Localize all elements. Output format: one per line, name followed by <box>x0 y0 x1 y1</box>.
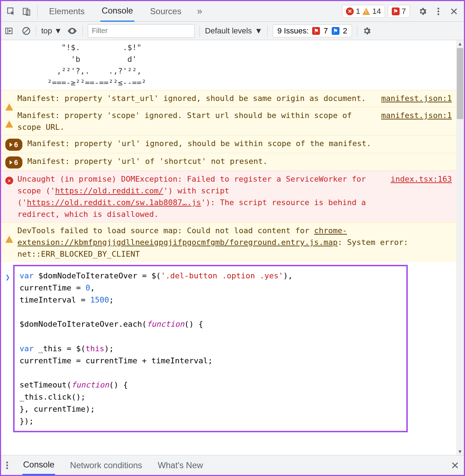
message-text: Manifest: property 'scope' ignored. Star… <box>17 109 374 133</box>
console-messages[interactable]: "!$. .$!" 'b d' ,²²'?,. .,?'²², ²===-≥²²… <box>1 40 456 455</box>
close-icon[interactable] <box>446 4 462 19</box>
prompt-chevron-icon: ❯ <box>5 271 10 283</box>
message-text: DevTools failed to load source map: Coul… <box>17 225 452 260</box>
separator <box>82 26 83 36</box>
error-count: 1 <box>356 7 360 16</box>
panel-tabs: Elements Console Sources » <box>48 1 202 22</box>
console-row-warning[interactable]: Manifest: property 'scope' ignored. Star… <box>1 107 456 135</box>
repeat-count: 6 <box>14 157 18 168</box>
svg-rect-1 <box>23 8 28 14</box>
chevron-down-icon: ▼ <box>255 26 262 36</box>
user-msg-count: 7 <box>402 7 406 16</box>
repeat-count-pill[interactable]: 6 <box>5 139 22 151</box>
user-messages-badge[interactable]: ⚑ 7 <box>388 5 410 18</box>
info-icon: ⚑ <box>332 27 340 35</box>
scroll-up-arrow-icon[interactable]: ▲ <box>456 40 464 47</box>
message-text: Manifest: property 'url' of 'shortcut' n… <box>27 155 452 169</box>
drawer-tab-network-conditions[interactable]: Network conditions <box>69 456 143 475</box>
tab-console[interactable]: Console <box>100 1 134 22</box>
console-settings-gear-icon[interactable] <box>362 26 372 36</box>
issues-badge[interactable]: 9 Issues: ⚑ 7 ⚑ 2 <box>273 25 352 37</box>
source-link[interactable]: manifest.json:1 <box>381 109 452 133</box>
svg-point-9 <box>6 464 8 466</box>
drawer-menu-icon[interactable] <box>6 461 8 470</box>
svg-point-4 <box>438 10 439 12</box>
source-link[interactable]: manifest.json:1 <box>381 92 452 105</box>
vertical-scrollbar[interactable]: ▲ ▼ <box>456 40 464 455</box>
log-levels-selector[interactable]: Default levels ▼ <box>205 26 262 36</box>
live-expression-eye-icon[interactable] <box>67 26 78 36</box>
drawer-tab-console[interactable]: Console <box>22 455 55 475</box>
context-label: top <box>41 26 52 36</box>
repeat-count: 6 <box>14 139 18 150</box>
drawer-close-icon[interactable] <box>451 461 459 469</box>
drawer-tab-whats-new[interactable]: What's New <box>157 456 204 475</box>
warning-count: 14 <box>372 7 381 16</box>
message-text: Uncaught (in promise) DOMException: Fail… <box>17 173 384 220</box>
warning-icon <box>5 112 13 128</box>
message-icon: ⚑ <box>392 7 400 15</box>
separator <box>37 5 38 18</box>
error-icon: ✕ <box>5 177 13 184</box>
url-link[interactable]: https://old.reddit.com/sw.1ab8087….js <box>27 198 201 207</box>
clear-console-icon[interactable] <box>22 26 31 36</box>
device-toggle-icon[interactable] <box>19 4 34 19</box>
source-link[interactable]: index.tsx:163 <box>391 173 452 220</box>
sidebar-toggle-icon[interactable] <box>5 27 17 35</box>
drawer-tabs: Console Network conditions What's New <box>1 455 464 475</box>
kebab-menu-icon[interactable] <box>431 4 446 19</box>
console-row-warning[interactable]: DevTools failed to load source map: Coul… <box>1 222 456 262</box>
errors-warnings-badge[interactable]: ✕ 1 14 <box>342 5 385 18</box>
svg-point-5 <box>438 13 439 15</box>
message-text: Manifest: property 'url' ignored, should… <box>27 138 452 151</box>
filter-input[interactable] <box>88 24 194 38</box>
more-tabs-chevron-icon[interactable]: » <box>197 6 202 17</box>
tab-elements[interactable]: Elements <box>48 1 86 21</box>
tab-sources[interactable]: Sources <box>149 1 183 21</box>
chevron-down-icon: ▼ <box>54 26 62 36</box>
separator <box>267 26 268 36</box>
svg-point-10 <box>6 467 8 469</box>
message-text: Manifest: property 'start_url' ignored, … <box>17 92 374 105</box>
issues-err-count: 7 <box>324 26 328 36</box>
svg-point-3 <box>438 7 439 9</box>
inspect-icon[interactable] <box>3 4 19 19</box>
settings-gear-icon[interactable] <box>415 4 431 19</box>
console-row-warning[interactable]: 6 Manifest: property 'url' of 'shortcut'… <box>1 153 456 171</box>
url-link[interactable]: https://old.reddit.com/ <box>55 186 164 195</box>
ascii-art: "!$. .$!" 'b d' ,²²'?,. .,?'²², ²===-≥²²… <box>1 40 456 90</box>
console-row-warning[interactable]: 6 Manifest: property 'url' ignored, shou… <box>1 135 456 153</box>
expand-icon <box>10 160 12 165</box>
console-row-error[interactable]: ✕ Uncaught (in promise) DOMException: Fa… <box>1 171 456 222</box>
issues-label: 9 Issues: <box>277 26 309 36</box>
levels-label: Default levels <box>205 26 252 36</box>
error-icon: ✕ <box>346 7 354 15</box>
devtools-topbar: Elements Console Sources » ✕ 1 14 ⚑ 7 <box>1 1 464 22</box>
error-icon: ⚑ <box>312 27 320 35</box>
scroll-thumb[interactable] <box>457 48 463 119</box>
console-toolbar: top ▼ Default levels ▼ 9 Issues: ⚑ 7 ⚑ 2 <box>1 22 464 40</box>
separator <box>357 26 357 36</box>
console-body: "!$. .$!" 'b d' ,²²'?,. .,?'²², ²===-≥²²… <box>1 40 464 455</box>
expand-icon <box>10 143 12 147</box>
repeat-count-pill[interactable]: 6 <box>5 156 22 169</box>
console-input[interactable]: var $domNodeToIterateOver = $('.del-butt… <box>13 265 408 432</box>
console-row-warning[interactable]: Manifest: property 'start_url' ignored, … <box>1 90 456 107</box>
warning-icon <box>362 8 370 15</box>
separator <box>36 26 36 36</box>
warning-icon <box>5 95 13 111</box>
context-selector[interactable]: top ▼ <box>41 26 62 36</box>
warning-icon <box>5 227 13 243</box>
svg-point-8 <box>6 461 8 463</box>
separator <box>199 26 200 36</box>
scroll-down-arrow-icon[interactable]: ▼ <box>456 448 464 455</box>
issues-info-count: 2 <box>343 26 347 36</box>
